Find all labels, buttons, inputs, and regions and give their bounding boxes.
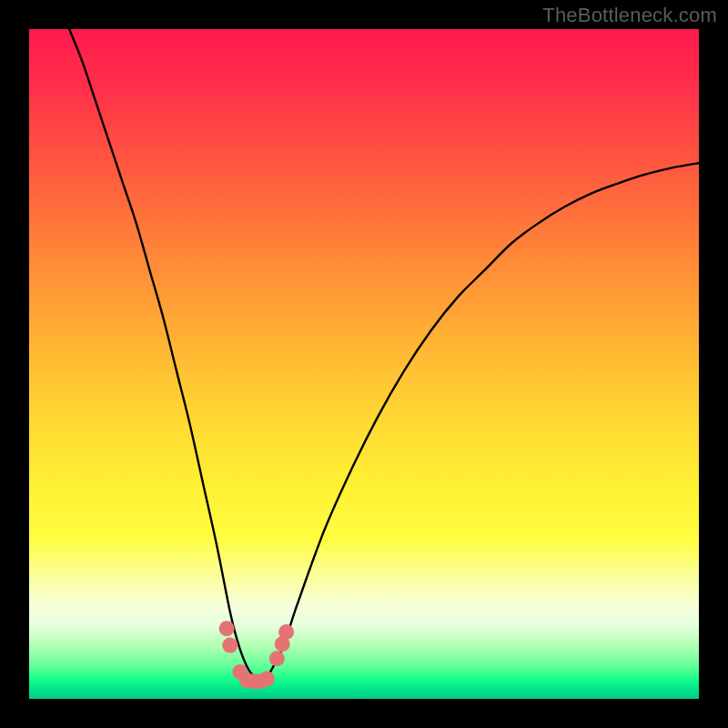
highlight-dot [222,638,238,653]
highlight-dot [219,621,235,636]
watermark-text: TheBottleneck.com [542,4,717,27]
curve-layer [29,29,699,699]
bottleneck-curve [69,29,699,680]
plot-area [29,29,699,699]
highlight-dot [259,671,275,686]
highlight-dot [269,651,285,666]
bottleneck-curve-path [69,29,699,680]
highlight-dots [219,621,295,689]
chart-frame: TheBottleneck.com [0,0,728,728]
highlight-dot [278,624,294,640]
